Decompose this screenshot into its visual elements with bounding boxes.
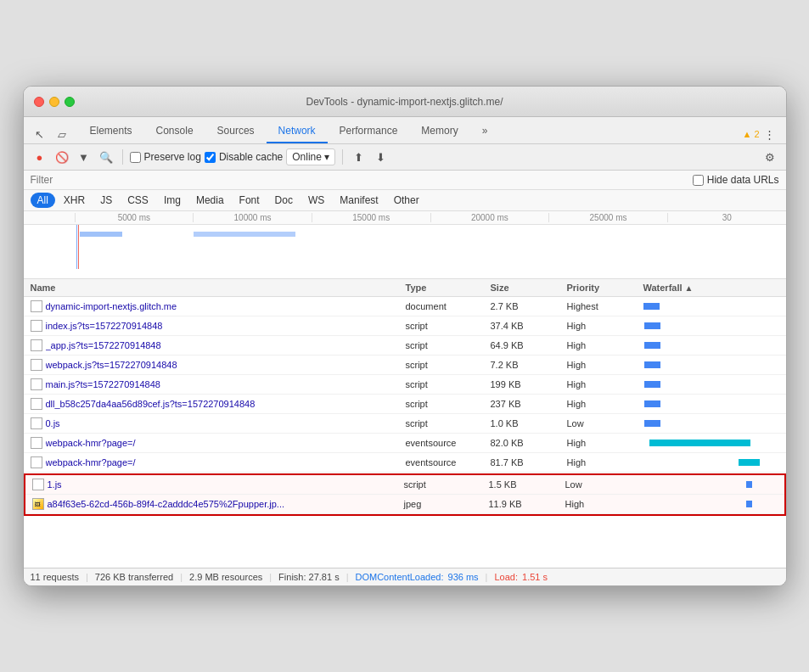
tab-performance[interactable]: Performance [328, 120, 410, 143]
export-button[interactable]: ⬇ [372, 148, 390, 166]
inspect-tool[interactable]: ▱ [53, 125, 71, 143]
table-row-highlighted-1[interactable]: 1.js script 1.5 KB Low [25, 475, 784, 495]
row-name-text-5: dll_b58c257da4aa56d89cef.js?ts=157227091… [46, 399, 256, 409]
type-filter-css[interactable]: CSS [121, 193, 155, 208]
transferred-size: 726 KB transferred [95, 572, 173, 582]
row-icon-0 [31, 300, 42, 312]
row-icon-10: 🖼 [32, 498, 44, 510]
timeline-content [24, 225, 786, 269]
type-filter-doc[interactable]: Doc [268, 193, 300, 208]
row-size-10: 11.9 KB [489, 499, 565, 509]
row-priority-1: High [567, 321, 643, 331]
row-waterfall-6 [643, 417, 762, 430]
row-name-text-9: 1.js [48, 479, 62, 490]
more-options-button[interactable]: ⋮ [761, 125, 779, 143]
row-size-6: 1.0 KB [491, 418, 567, 428]
maximize-button[interactable] [65, 97, 75, 107]
table-row[interactable]: _app.js?ts=1572270914848 script 64.9 KB … [24, 336, 786, 356]
minimize-button[interactable] [49, 97, 59, 107]
row-type-9: script [404, 479, 489, 490]
tab-more[interactable]: » [470, 120, 500, 143]
row-name-2: _app.js?ts=1572270914848 [31, 339, 406, 351]
window-title: DevTools - dynamic-import-nextjs.glitch.… [306, 96, 503, 108]
tab-elements[interactable]: Elements [78, 120, 144, 143]
type-filter-img[interactable]: Img [157, 193, 188, 208]
row-name-3: webpack.js?ts=1572270914848 [31, 359, 406, 371]
row-priority-8: High [567, 457, 643, 468]
table-row-highlighted-2[interactable]: 🖼 a84f63e5-62cd-456b-89f4-c2adddc4e575%2… [25, 495, 784, 514]
row-waterfall-4 [643, 378, 762, 391]
table-row[interactable]: webpack-hmr?page=/ eventsource 82.0 KB H… [24, 434, 786, 453]
type-filter-js[interactable]: JS [93, 193, 119, 208]
row-name-text-4: main.js?ts=1572270914848 [46, 379, 160, 389]
type-filter-xhr[interactable]: XHR [57, 193, 92, 208]
tab-network[interactable]: Network [267, 120, 328, 143]
type-filter-manifest[interactable]: Manifest [333, 193, 385, 208]
table-row[interactable]: main.js?ts=1572270914848 script 199 KB H… [24, 375, 786, 395]
row-icon-8 [31, 456, 42, 468]
clear-button[interactable]: 🚫 [53, 148, 71, 166]
close-button[interactable] [34, 97, 44, 107]
row-type-1: script [406, 321, 491, 331]
table-row[interactable]: webpack-hmr?page=/ eventsource 81.7 KB H… [24, 453, 786, 473]
row-priority-0: Highest [567, 301, 643, 311]
tab-memory[interactable]: Memory [409, 120, 469, 143]
row-priority-3: High [567, 360, 643, 370]
timeline-bar: 5000 ms 10000 ms 15000 ms 20000 ms 25000… [24, 211, 786, 279]
filter-input[interactable] [31, 174, 98, 186]
waterfall-bar-10 [746, 501, 752, 507]
type-filter-other[interactable]: Other [387, 193, 426, 208]
row-name-9: 1.js [32, 479, 404, 490]
throttle-select[interactable]: Online ▾ [286, 148, 335, 165]
tick-10000: 10000 ms [193, 213, 312, 222]
settings-button[interactable]: ⚙ [761, 148, 779, 166]
table-row[interactable]: dll_b58c257da4aa56d89cef.js?ts=157227091… [24, 395, 786, 414]
cursor-tool[interactable]: ↖ [31, 125, 49, 143]
row-name-6: 0.js [31, 417, 406, 429]
alert-badge[interactable]: ▲ 2 [742, 125, 761, 143]
table-row[interactable]: index.js?ts=1572270914848 script 37.4 KB… [24, 316, 786, 336]
row-type-10: jpeg [404, 499, 489, 509]
row-waterfall-10 [642, 497, 761, 511]
col-waterfall: Waterfall ▲ [643, 283, 762, 293]
table-row[interactable]: webpack.js?ts=1572270914848 script 7.2 K… [24, 356, 786, 375]
search-button[interactable]: 🔍 [97, 148, 115, 166]
hide-urls-checkbox[interactable] [693, 175, 704, 186]
row-name-text-7: webpack-hmr?page=/ [46, 438, 136, 448]
table-row[interactable]: 0.js script 1.0 KB Low [24, 414, 786, 434]
row-name-0: dynamic-import-nextjs.glitch.me [31, 300, 406, 312]
table-row[interactable]: dynamic-import-nextjs.glitch.me document… [24, 297, 786, 316]
highlighted-group: 1.js script 1.5 KB Low 🖼 a84f63e5-62cd-4… [24, 473, 786, 516]
tab-console[interactable]: Console [144, 120, 205, 143]
sep-2: | [180, 572, 183, 582]
timeline-segment-1 [80, 232, 122, 237]
disable-cache-checkbox[interactable] [205, 152, 216, 163]
row-icon-5 [31, 398, 42, 410]
row-name-10: 🖼 a84f63e5-62cd-456b-89f4-c2adddc4e575%2… [32, 498, 404, 510]
tick-15000: 15000 ms [312, 213, 430, 222]
hide-urls-label[interactable]: Hide data URLs [693, 174, 779, 186]
row-priority-9: Low [565, 479, 642, 490]
preserve-log-checkbox[interactable] [130, 152, 141, 163]
row-name-text-10: a84f63e5-62cd-456b-89f4-c2adddc4e575%2Fp… [48, 499, 285, 509]
preserve-log-label[interactable]: Preserve log [130, 151, 201, 163]
sep-5: | [486, 572, 488, 582]
type-filter-media[interactable]: Media [189, 193, 231, 208]
waterfall-bar-0 [643, 303, 660, 310]
row-type-2: script [406, 340, 491, 350]
requests-count: 11 requests [31, 572, 79, 582]
row-size-5: 237 KB [491, 399, 567, 409]
filter-icon-button[interactable]: ▼ [75, 148, 93, 166]
sep-3: | [269, 572, 272, 582]
row-icon-2 [31, 339, 42, 351]
type-filter-ws[interactable]: WS [301, 193, 331, 208]
row-size-1: 37.4 KB [491, 321, 567, 331]
disable-cache-label[interactable]: Disable cache [205, 151, 283, 163]
type-filter-all[interactable]: All [31, 193, 55, 208]
record-button[interactable]: ● [31, 148, 49, 166]
row-waterfall-8 [643, 456, 762, 469]
type-filter-font[interactable]: Font [233, 193, 267, 208]
import-button[interactable]: ⬆ [350, 148, 368, 166]
resources-size: 2.9 MB resources [189, 572, 262, 582]
tab-sources[interactable]: Sources [205, 120, 267, 143]
